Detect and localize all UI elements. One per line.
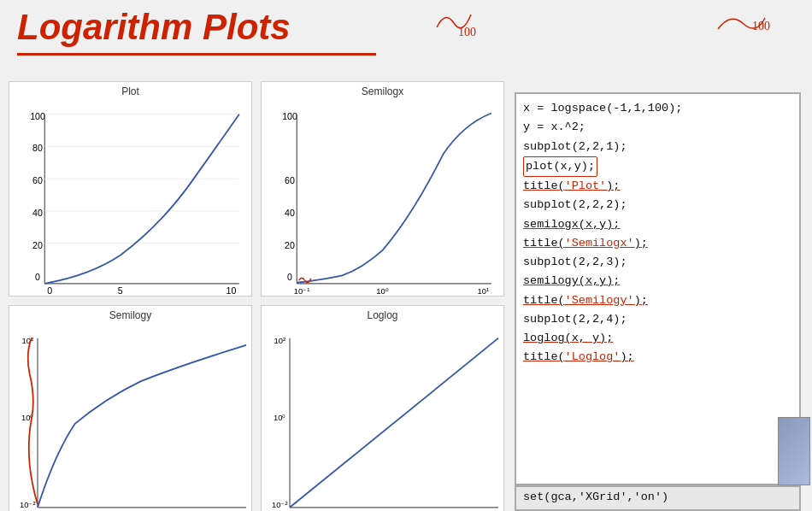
code-line-5: title('Plot'); [523,177,792,196]
svg-text:40: 40 [32,208,43,218]
svg-text:60: 60 [285,175,295,185]
plots-area: Plot 100 80 60 40 20 0 0 5 10 S [4,77,509,504]
svg-text:20: 20 [32,240,43,250]
plot-loglog: Loglog 10² 10⁰ 10⁻² 10⁻¹ 10⁰ 10¹ [261,305,504,511]
code-loglog: loglog(x, y); [523,332,613,344]
code-title-1: title('Plot'); [523,179,620,192]
code-title-2: title('Semilogx'); [523,237,648,250]
plot-semilogx: Semilogx 100 60 40 20 0 10⁻¹ 10⁰ 10¹ [261,81,504,297]
code-line-14: title('Loglog'); [523,348,792,367]
plot-semilogy-svg: 10² 10⁰ 10⁻² 0 5 10 [9,323,251,511]
code-line-11: title('Semilogy'); [523,291,792,310]
title-underline [17,53,376,56]
plot-loglog-svg: 10² 10⁰ 10⁻² 10⁻¹ 10⁰ 10¹ [262,323,503,511]
thumbnail [778,417,810,485]
plot-loglog-title: Loglog [367,309,397,321]
svg-text:10⁰: 10⁰ [376,286,388,296]
svg-text:60: 60 [32,175,43,185]
plot-semilogy: Semilogy 10² 10⁰ 10⁻² 0 5 10 [9,305,252,511]
code-line-9: subplot(2,2,3); [523,253,792,272]
svg-text:20: 20 [285,240,295,250]
code-title-3: title('Semilogy'); [523,294,648,307]
code-bottom-line: set(gca,'XGrid','on') [515,485,801,511]
svg-text:100: 100 [282,111,297,121]
svg-text:100: 100 [30,111,45,121]
svg-text:10²: 10² [21,336,33,345]
annotation-100-right: 100 [731,15,749,29]
plot-linear-svg: 100 80 60 40 20 0 0 5 10 [9,99,251,296]
svg-text:10¹: 10¹ [478,286,490,296]
svg-text:10⁰: 10⁰ [274,413,285,422]
svg-text:5: 5 [118,285,123,296]
page-title: Logarithm Plots [17,7,291,48]
code-semilogy: semilogy(x,y); [523,274,620,287]
svg-text:10⁻²: 10⁻² [20,500,36,509]
svg-text:80: 80 [32,143,43,153]
plot-linear-title: Plot [121,85,139,97]
svg-text:0: 0 [47,285,52,296]
svg-text:10⁻²: 10⁻² [272,500,288,509]
code-line-7: semilogx(x,y); [523,215,792,234]
code-line-3: subplot(2,2,1); [523,138,792,156]
svg-text:40: 40 [285,208,295,218]
annotation-100-left: 100 [441,19,459,32]
code-semilogx: semilogx(x,y); [523,218,620,231]
code-line-13: loglog(x, y); [523,329,792,348]
plot-semilogx-title: Semilogx [362,85,403,97]
plot-linear: Plot 100 80 60 40 20 0 0 5 10 [9,81,252,297]
svg-text:10²: 10² [274,336,285,345]
code-line-12: subplot(2,2,4); [523,310,792,329]
code-line-2: y = x.^2; [523,118,792,137]
code-line-4: plot(x,y); [523,156,792,177]
svg-text:0: 0 [35,272,40,282]
svg-text:10⁻¹: 10⁻¹ [294,286,310,296]
code-line-10: semilogy(x,y); [523,272,792,291]
plot-semilogx-svg: 100 60 40 20 0 10⁻¹ 10⁰ 10¹ [262,99,503,296]
plot-semilogy-title: Semilogy [109,309,151,321]
code-plot-boxed: plot(x,y); [523,156,597,177]
svg-text:0: 0 [287,272,292,282]
svg-text:10: 10 [227,285,237,296]
code-line-1: x = logspace(-1,1,100); [523,99,792,118]
code-line-8: title('Semilogx'); [523,234,792,253]
code-panel: x = logspace(-1,1,100); y = x.^2; subplo… [515,92,801,485]
code-title-4: title('Loglog'); [523,350,634,363]
code-line-6: subplot(2,2,2); [523,196,792,214]
